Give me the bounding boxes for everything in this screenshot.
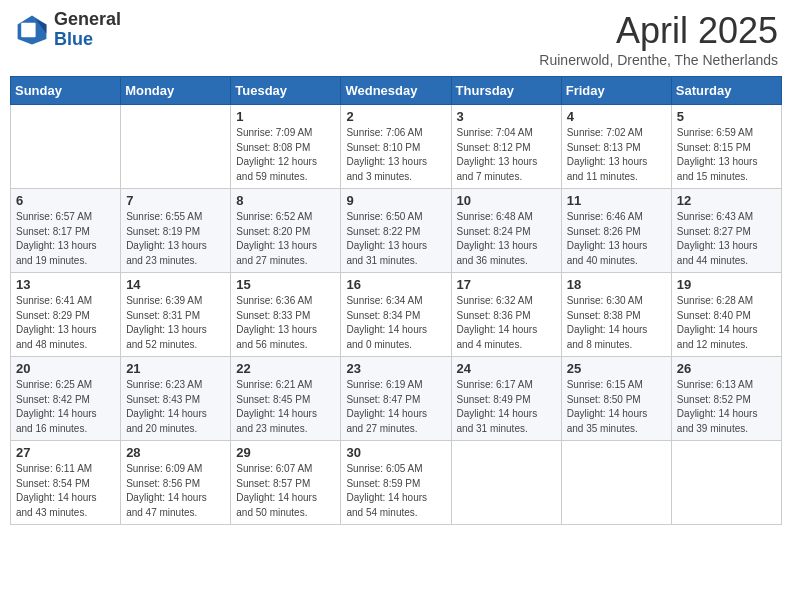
day-info: Sunrise: 6:13 AMSunset: 8:52 PMDaylight:… <box>677 378 776 436</box>
calendar-cell: 10Sunrise: 6:48 AMSunset: 8:24 PMDayligh… <box>451 189 561 273</box>
day-number: 29 <box>236 445 335 460</box>
day-number: 19 <box>677 277 776 292</box>
day-number: 16 <box>346 277 445 292</box>
calendar-cell: 20Sunrise: 6:25 AMSunset: 8:42 PMDayligh… <box>11 357 121 441</box>
calendar-cell: 13Sunrise: 6:41 AMSunset: 8:29 PMDayligh… <box>11 273 121 357</box>
day-info: Sunrise: 6:23 AMSunset: 8:43 PMDaylight:… <box>126 378 225 436</box>
day-info: Sunrise: 7:09 AMSunset: 8:08 PMDaylight:… <box>236 126 335 184</box>
calendar-week-row: 20Sunrise: 6:25 AMSunset: 8:42 PMDayligh… <box>11 357 782 441</box>
day-info: Sunrise: 6:59 AMSunset: 8:15 PMDaylight:… <box>677 126 776 184</box>
day-number: 25 <box>567 361 666 376</box>
calendar-cell: 2Sunrise: 7:06 AMSunset: 8:10 PMDaylight… <box>341 105 451 189</box>
day-number: 1 <box>236 109 335 124</box>
calendar-cell: 15Sunrise: 6:36 AMSunset: 8:33 PMDayligh… <box>231 273 341 357</box>
day-info: Sunrise: 6:30 AMSunset: 8:38 PMDaylight:… <box>567 294 666 352</box>
calendar-cell: 28Sunrise: 6:09 AMSunset: 8:56 PMDayligh… <box>121 441 231 525</box>
day-info: Sunrise: 6:05 AMSunset: 8:59 PMDaylight:… <box>346 462 445 520</box>
calendar-week-row: 1Sunrise: 7:09 AMSunset: 8:08 PMDaylight… <box>11 105 782 189</box>
day-info: Sunrise: 6:57 AMSunset: 8:17 PMDaylight:… <box>16 210 115 268</box>
day-number: 8 <box>236 193 335 208</box>
day-info: Sunrise: 6:55 AMSunset: 8:19 PMDaylight:… <box>126 210 225 268</box>
calendar-cell: 12Sunrise: 6:43 AMSunset: 8:27 PMDayligh… <box>671 189 781 273</box>
calendar-subtitle: Ruinerwold, Drenthe, The Netherlands <box>539 52 778 68</box>
day-number: 17 <box>457 277 556 292</box>
calendar-cell: 8Sunrise: 6:52 AMSunset: 8:20 PMDaylight… <box>231 189 341 273</box>
day-info: Sunrise: 7:02 AMSunset: 8:13 PMDaylight:… <box>567 126 666 184</box>
day-number: 15 <box>236 277 335 292</box>
day-number: 12 <box>677 193 776 208</box>
logo-text: General Blue <box>54 10 121 50</box>
day-number: 2 <box>346 109 445 124</box>
weekday-header-row: SundayMondayTuesdayWednesdayThursdayFrid… <box>11 77 782 105</box>
day-number: 10 <box>457 193 556 208</box>
logo-icon <box>14 12 50 48</box>
day-info: Sunrise: 6:50 AMSunset: 8:22 PMDaylight:… <box>346 210 445 268</box>
day-number: 7 <box>126 193 225 208</box>
calendar-cell: 4Sunrise: 7:02 AMSunset: 8:13 PMDaylight… <box>561 105 671 189</box>
weekday-header: Wednesday <box>341 77 451 105</box>
day-number: 4 <box>567 109 666 124</box>
day-number: 24 <box>457 361 556 376</box>
day-info: Sunrise: 6:41 AMSunset: 8:29 PMDaylight:… <box>16 294 115 352</box>
day-number: 27 <box>16 445 115 460</box>
calendar-cell: 16Sunrise: 6:34 AMSunset: 8:34 PMDayligh… <box>341 273 451 357</box>
calendar-week-row: 6Sunrise: 6:57 AMSunset: 8:17 PMDaylight… <box>11 189 782 273</box>
calendar-table: SundayMondayTuesdayWednesdayThursdayFrid… <box>10 76 782 525</box>
svg-rect-2 <box>21 23 35 37</box>
calendar-cell <box>671 441 781 525</box>
day-info: Sunrise: 6:21 AMSunset: 8:45 PMDaylight:… <box>236 378 335 436</box>
calendar-week-row: 13Sunrise: 6:41 AMSunset: 8:29 PMDayligh… <box>11 273 782 357</box>
logo-blue: Blue <box>54 30 121 50</box>
day-info: Sunrise: 6:15 AMSunset: 8:50 PMDaylight:… <box>567 378 666 436</box>
day-number: 13 <box>16 277 115 292</box>
logo-general: General <box>54 10 121 30</box>
calendar-cell: 14Sunrise: 6:39 AMSunset: 8:31 PMDayligh… <box>121 273 231 357</box>
weekday-header: Monday <box>121 77 231 105</box>
day-info: Sunrise: 6:39 AMSunset: 8:31 PMDaylight:… <box>126 294 225 352</box>
calendar-cell <box>121 105 231 189</box>
day-number: 14 <box>126 277 225 292</box>
calendar-cell: 29Sunrise: 6:07 AMSunset: 8:57 PMDayligh… <box>231 441 341 525</box>
calendar-cell: 22Sunrise: 6:21 AMSunset: 8:45 PMDayligh… <box>231 357 341 441</box>
day-info: Sunrise: 6:19 AMSunset: 8:47 PMDaylight:… <box>346 378 445 436</box>
day-info: Sunrise: 6:36 AMSunset: 8:33 PMDaylight:… <box>236 294 335 352</box>
weekday-header: Saturday <box>671 77 781 105</box>
weekday-header: Thursday <box>451 77 561 105</box>
logo: General Blue <box>14 10 121 50</box>
calendar-cell: 24Sunrise: 6:17 AMSunset: 8:49 PMDayligh… <box>451 357 561 441</box>
day-number: 20 <box>16 361 115 376</box>
day-info: Sunrise: 6:09 AMSunset: 8:56 PMDaylight:… <box>126 462 225 520</box>
day-number: 5 <box>677 109 776 124</box>
day-number: 23 <box>346 361 445 376</box>
day-info: Sunrise: 6:11 AMSunset: 8:54 PMDaylight:… <box>16 462 115 520</box>
calendar-title: April 2025 <box>539 10 778 52</box>
day-number: 30 <box>346 445 445 460</box>
calendar-cell: 21Sunrise: 6:23 AMSunset: 8:43 PMDayligh… <box>121 357 231 441</box>
day-number: 22 <box>236 361 335 376</box>
day-info: Sunrise: 6:43 AMSunset: 8:27 PMDaylight:… <box>677 210 776 268</box>
day-number: 21 <box>126 361 225 376</box>
calendar-cell: 23Sunrise: 6:19 AMSunset: 8:47 PMDayligh… <box>341 357 451 441</box>
calendar-cell: 18Sunrise: 6:30 AMSunset: 8:38 PMDayligh… <box>561 273 671 357</box>
day-info: Sunrise: 6:17 AMSunset: 8:49 PMDaylight:… <box>457 378 556 436</box>
day-number: 11 <box>567 193 666 208</box>
calendar-cell <box>11 105 121 189</box>
calendar-cell: 3Sunrise: 7:04 AMSunset: 8:12 PMDaylight… <box>451 105 561 189</box>
calendar-cell: 9Sunrise: 6:50 AMSunset: 8:22 PMDaylight… <box>341 189 451 273</box>
day-info: Sunrise: 7:06 AMSunset: 8:10 PMDaylight:… <box>346 126 445 184</box>
calendar-cell: 26Sunrise: 6:13 AMSunset: 8:52 PMDayligh… <box>671 357 781 441</box>
day-info: Sunrise: 6:25 AMSunset: 8:42 PMDaylight:… <box>16 378 115 436</box>
day-info: Sunrise: 6:48 AMSunset: 8:24 PMDaylight:… <box>457 210 556 268</box>
day-number: 3 <box>457 109 556 124</box>
day-info: Sunrise: 6:46 AMSunset: 8:26 PMDaylight:… <box>567 210 666 268</box>
day-info: Sunrise: 6:34 AMSunset: 8:34 PMDaylight:… <box>346 294 445 352</box>
calendar-cell: 17Sunrise: 6:32 AMSunset: 8:36 PMDayligh… <box>451 273 561 357</box>
calendar-cell: 7Sunrise: 6:55 AMSunset: 8:19 PMDaylight… <box>121 189 231 273</box>
calendar-cell <box>561 441 671 525</box>
day-number: 9 <box>346 193 445 208</box>
calendar-cell: 30Sunrise: 6:05 AMSunset: 8:59 PMDayligh… <box>341 441 451 525</box>
calendar-cell <box>451 441 561 525</box>
weekday-header: Sunday <box>11 77 121 105</box>
calendar-week-row: 27Sunrise: 6:11 AMSunset: 8:54 PMDayligh… <box>11 441 782 525</box>
day-info: Sunrise: 6:07 AMSunset: 8:57 PMDaylight:… <box>236 462 335 520</box>
